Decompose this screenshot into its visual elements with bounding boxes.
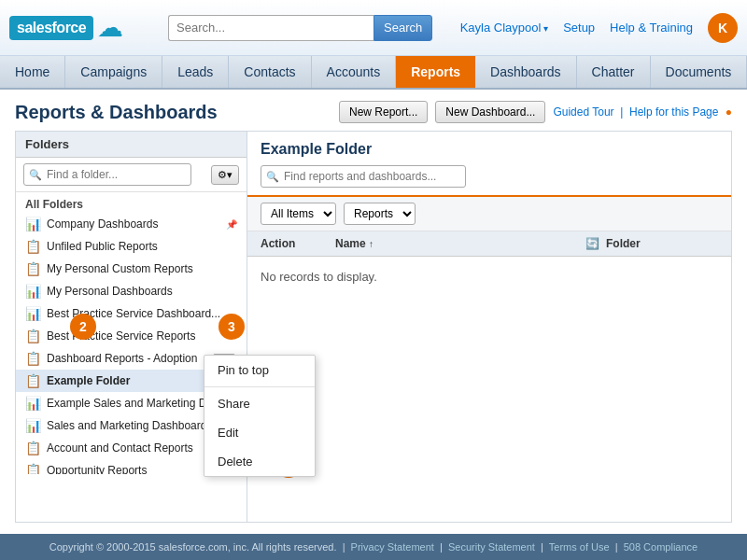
dashboard-folder-icon: 📊: [25, 217, 41, 231]
new-dashboard-button[interactable]: New Dashboard...: [435, 101, 545, 123]
context-pin-to-top[interactable]: Pin to top: [204, 356, 315, 385]
help-page-link[interactable]: Help for this Page: [629, 105, 718, 119]
compliance-link[interactable]: 508 Compliance: [624, 541, 698, 553]
dashboard-folder-icon: 📊: [25, 306, 41, 321]
page-content: Reports & Dashboards New Report... New D…: [0, 90, 747, 534]
folder-best-practice-dashboard[interactable]: 📊 Best Practice Service Dashboard...: [16, 302, 247, 325]
guided-tour-area: Guided Tour | Help for this Page ●: [553, 105, 732, 119]
guided-tour-link[interactable]: Guided Tour: [553, 105, 613, 119]
context-share[interactable]: Share: [204, 389, 315, 418]
footer-copyright: Copyright © 2000-2015 salesforce.com, in…: [49, 541, 337, 553]
user-area: Kayla Claypool Setup Help & Training K: [460, 13, 738, 43]
search-area: Search: [168, 15, 448, 41]
folder-label: Example Folder: [47, 374, 130, 387]
setup-link[interactable]: Setup: [563, 21, 595, 35]
folder-search-input[interactable]: [23, 163, 191, 186]
nav-reports[interactable]: Reports: [396, 56, 475, 88]
user-name-link[interactable]: Kayla Claypool: [460, 21, 549, 35]
context-menu: Pin to top Share Edit Delete: [204, 355, 316, 477]
folder-personal-dashboards[interactable]: 📊 My Personal Dashboards: [16, 280, 247, 302]
nav-leads[interactable]: Leads: [162, 56, 229, 88]
folder-company-dashboards[interactable]: 📊 Company Dashboards 📌: [16, 213, 247, 235]
refresh-icon[interactable]: 🔄: [585, 237, 599, 250]
report-search-input[interactable]: [261, 165, 466, 188]
footer: Copyright © 2000-2015 salesforce.com, in…: [0, 534, 747, 560]
report-folder-icon: 📋: [25, 239, 41, 254]
new-report-button[interactable]: New Report...: [339, 101, 428, 123]
navigation: Home Campaigns Leads Contacts Accounts R…: [0, 56, 747, 90]
report-folder-icon: 📋: [25, 463, 41, 474]
search-input[interactable]: [168, 15, 374, 41]
reports-filter[interactable]: Reports: [344, 203, 416, 225]
dashboard-folder-icon: 📊: [25, 418, 41, 433]
folder-label: Account and Contact Reports: [47, 441, 193, 455]
sidebar-section-label: All Folders: [16, 192, 247, 213]
right-title: Example Folder: [261, 141, 718, 158]
folder-label: Example Sales and Marketing Das...: [47, 397, 228, 410]
cloud-icon: ☁: [97, 12, 123, 43]
no-records-text: No records to display.: [261, 270, 377, 284]
table-header: Action Name ↑ 🔄 Folder: [247, 231, 731, 257]
report-folder-icon: 📋: [25, 329, 41, 343]
folder-search-row: 🔍 ⚙▾: [16, 158, 247, 192]
right-content: Example Folder 🔍 All Items Reports Actio…: [247, 131, 732, 523]
nav-chatter[interactable]: Chatter: [577, 56, 651, 88]
col-icon-header: 🔄: [578, 237, 606, 250]
right-search-row: 🔍: [261, 165, 718, 188]
col-action-header: Action: [261, 237, 335, 250]
folder-settings-button[interactable]: ⚙▾: [211, 165, 239, 185]
folder-label: Unfiled Public Reports: [47, 240, 158, 253]
folder-search-wrapper: 🔍: [23, 163, 207, 186]
folder-label: My Personal Custom Reports: [47, 262, 193, 275]
folder-best-practice-reports[interactable]: 📋 Best Practice Service Reports: [16, 325, 247, 347]
nav-dashboards[interactable]: Dashboards: [475, 56, 577, 88]
col-folder-header: Folder: [606, 237, 718, 250]
page-header: Reports & Dashboards New Report... New D…: [15, 101, 732, 123]
report-folder-icon: 📋: [25, 441, 41, 455]
sort-arrow-icon: ↑: [369, 239, 374, 249]
report-search-icon: 🔍: [266, 171, 279, 183]
badge-step-3: 3: [218, 314, 245, 340]
context-delete[interactable]: Delete: [204, 447, 315, 476]
help-training-link[interactable]: Help & Training: [610, 21, 693, 35]
badge-step-2: 2: [70, 314, 96, 340]
sidebar-header: Folders: [16, 132, 247, 158]
nav-home[interactable]: Home: [0, 56, 65, 88]
logo-area: salesforce ☁: [9, 12, 159, 43]
folder-label: Dashboard Reports - Adoption: [47, 352, 197, 365]
main-layout: Folders 🔍 ⚙▾ All Folders 📊 Company Dashb…: [15, 131, 732, 523]
report-folder-icon: 📋: [25, 261, 41, 276]
report-search-wrapper: 🔍: [261, 165, 466, 188]
folder-label: My Personal Dashboards: [47, 285, 173, 298]
header: salesforce ☁ Search Kayla Claypool Setup…: [0, 0, 747, 56]
nav-campaigns[interactable]: Campaigns: [65, 56, 162, 88]
context-edit[interactable]: Edit: [204, 418, 315, 447]
all-items-filter[interactable]: All Items: [261, 203, 336, 225]
avatar: K: [708, 13, 738, 43]
report-folder-icon: 📋: [25, 373, 41, 388]
folder-personal-custom-reports[interactable]: 📋 My Personal Custom Reports: [16, 258, 247, 280]
context-menu-separator: [204, 386, 315, 387]
folder-search-icon: 🔍: [29, 169, 42, 181]
right-header: Example Folder 🔍: [247, 132, 731, 197]
folder-unfiled-public-reports[interactable]: 📋 Unfiled Public Reports: [16, 235, 247, 258]
report-folder-icon: 📋: [25, 351, 41, 366]
filters-row: All Items Reports: [247, 197, 731, 231]
nav-contacts[interactable]: Contacts: [229, 56, 311, 88]
terms-link[interactable]: Terms of Use: [549, 541, 610, 553]
dashboard-folder-icon: 📊: [25, 396, 41, 411]
search-button[interactable]: Search: [374, 15, 432, 41]
salesforce-logo: salesforce: [9, 16, 93, 40]
privacy-link[interactable]: Privacy Statement: [351, 541, 434, 553]
folder-label: Best Practice Service Reports: [47, 329, 195, 343]
page-header-actions: New Report... New Dashboard... Guided To…: [339, 101, 732, 123]
security-link[interactable]: Security Statement: [448, 541, 535, 553]
nav-documents[interactable]: Documents: [651, 56, 747, 88]
table-body: No records to display.: [247, 257, 731, 297]
folder-label: Company Dashboards: [47, 217, 158, 231]
pin-icon: 📌: [226, 219, 237, 230]
dashboard-folder-icon: 📊: [25, 284, 41, 299]
col-name-header[interactable]: Name ↑: [335, 237, 578, 250]
nav-accounts[interactable]: Accounts: [312, 56, 397, 88]
folder-label: Opportunity Reports: [47, 464, 147, 474]
